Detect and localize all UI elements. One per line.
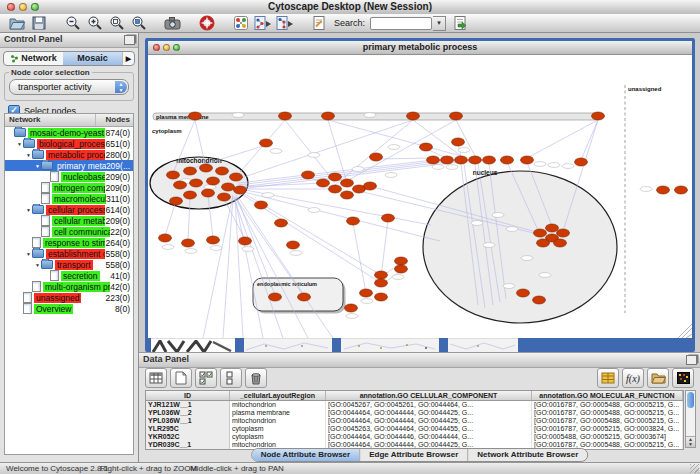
network-node[interactable] bbox=[260, 139, 273, 147]
network-edge[interactable] bbox=[238, 120, 413, 179]
tab-network[interactable]: Network bbox=[4, 52, 63, 65]
table-row[interactable]: YPL036W__2plasma membrane[GO:0044464, GO… bbox=[146, 409, 683, 417]
network-node[interactable] bbox=[322, 112, 335, 120]
network-graph[interactable]: plasma membranecytoplasmmitochondrionnuc… bbox=[148, 55, 692, 338]
resize-grip[interactable] bbox=[690, 464, 699, 473]
network-node[interactable] bbox=[218, 193, 231, 201]
network-node[interactable] bbox=[450, 112, 463, 120]
network-node[interactable] bbox=[329, 185, 342, 193]
network-node[interactable] bbox=[317, 179, 330, 187]
network-node[interactable] bbox=[174, 181, 187, 189]
zoom-out-icon[interactable] bbox=[64, 15, 81, 31]
network-node[interactable] bbox=[521, 156, 534, 164]
network-node[interactable] bbox=[202, 189, 215, 197]
tab-overflow-button[interactable]: ▶ bbox=[122, 52, 134, 65]
tree-expander-icon[interactable]: ▼ bbox=[25, 207, 32, 213]
matrix-icon[interactable] bbox=[672, 368, 694, 388]
network-node[interactable] bbox=[279, 112, 292, 120]
frame-minimize-button[interactable] bbox=[163, 44, 170, 51]
network-node[interactable] bbox=[452, 138, 465, 146]
attribute-grid-icon[interactable] bbox=[145, 368, 167, 388]
tree-row-primary-metabo[interactable]: ▼primary metabo209(... bbox=[5, 160, 133, 171]
network-view-frame[interactable]: primary metabolic process plasma membran… bbox=[145, 38, 695, 352]
network-node[interactable] bbox=[557, 229, 570, 237]
import-table-icon[interactable] bbox=[597, 368, 619, 388]
node-color-dropdown[interactable]: transporter activity ▲▼ bbox=[9, 79, 129, 95]
network-node[interactable] bbox=[420, 143, 433, 151]
neighbors-icon[interactable] bbox=[254, 15, 271, 31]
network-edge[interactable] bbox=[224, 199, 245, 239]
neighbors-alt-icon[interactable] bbox=[276, 15, 293, 31]
network-edge[interactable] bbox=[240, 191, 440, 241]
close-button[interactable] bbox=[7, 3, 15, 11]
network-node[interactable] bbox=[395, 265, 408, 273]
tree-row-nitrogen-compo[interactable]: nitrogen compo209(0) bbox=[5, 182, 133, 193]
network-node[interactable] bbox=[375, 271, 388, 279]
network-node[interactable] bbox=[675, 186, 688, 194]
tab-node-attribute-browser[interactable]: Node Attribute Browser bbox=[252, 449, 361, 461]
tree-row-overview[interactable]: Overview8(0) bbox=[5, 303, 133, 314]
snapshot-icon[interactable] bbox=[164, 15, 181, 31]
search-dropdown-button[interactable]: ▼ bbox=[433, 16, 446, 31]
network-edge[interactable] bbox=[165, 201, 176, 236]
network-node[interactable] bbox=[546, 224, 559, 232]
network-node[interactable] bbox=[184, 191, 197, 199]
network-node[interactable] bbox=[657, 186, 670, 194]
network-node[interactable] bbox=[167, 171, 180, 179]
column-header[interactable]: _cellularLayoutRegion bbox=[230, 391, 326, 400]
network-node[interactable] bbox=[329, 173, 342, 181]
table-row[interactable]: YJR121W__1mitochondrion[GO:0045267, GO:0… bbox=[146, 401, 683, 409]
network-node[interactable] bbox=[455, 156, 468, 164]
background-frame-1[interactable] bbox=[244, 338, 332, 352]
network-node[interactable] bbox=[341, 179, 354, 187]
network-edge[interactable] bbox=[236, 195, 275, 295]
network-edge[interactable] bbox=[335, 120, 413, 185]
network-node[interactable] bbox=[255, 201, 268, 209]
network-node[interactable] bbox=[269, 293, 282, 301]
table-row[interactable]: YLR295Ccytoplasm[GO:0045263, GO:0044464,… bbox=[146, 425, 683, 433]
tree-expander-icon[interactable]: ▼ bbox=[34, 163, 41, 169]
network-node[interactable] bbox=[230, 173, 243, 181]
network-node[interactable] bbox=[207, 236, 220, 244]
tab-mosaic[interactable]: Mosaic bbox=[63, 52, 122, 65]
tree-row-metabolic-process[interactable]: ▼metabolic process280(0) bbox=[5, 149, 133, 160]
network-node[interactable] bbox=[533, 296, 546, 304]
tree-row-unassigned[interactable]: unassigned223(0) bbox=[5, 292, 133, 303]
network-node[interactable] bbox=[298, 293, 311, 301]
network-node[interactable] bbox=[395, 257, 408, 265]
network-node[interactable] bbox=[302, 171, 315, 179]
minimize-button[interactable] bbox=[19, 3, 27, 11]
annotation-icon[interactable] bbox=[310, 15, 327, 31]
network-node[interactable] bbox=[200, 164, 213, 172]
column-header[interactable]: annotation.GO MOLECULAR_FUNCTION bbox=[532, 391, 683, 400]
network-edge[interactable] bbox=[581, 120, 598, 160]
zoom-fit-icon[interactable] bbox=[108, 15, 125, 31]
tree-row-nucleobase-[interactable]: nucleobase-209(0) bbox=[5, 171, 133, 182]
network-edge[interactable] bbox=[328, 120, 461, 156]
zoom-in-icon[interactable] bbox=[86, 15, 103, 31]
tree-column-nodes[interactable]: Nodes bbox=[96, 114, 133, 126]
network-node[interactable] bbox=[182, 239, 195, 247]
network-node[interactable] bbox=[345, 304, 358, 312]
tree-row-secretion[interactable]: secretion41(0) bbox=[5, 270, 133, 281]
zoom-button[interactable] bbox=[31, 3, 39, 11]
tree-row-multi-organism-pro[interactable]: multi-organism pro42(0) bbox=[5, 281, 133, 292]
network-edge[interactable] bbox=[240, 160, 475, 189]
column-header[interactable]: annotation.GO CELLULAR_COMPONENT bbox=[326, 391, 532, 400]
background-frame-overview[interactable] bbox=[151, 338, 235, 352]
network-node[interactable] bbox=[184, 167, 197, 175]
tree-row-cellular-metabol[interactable]: cellular metabol209(0) bbox=[5, 215, 133, 226]
tree-row-mosaic-demo-yeast[interactable]: mosaic-demo-yeast874(0) bbox=[5, 127, 133, 138]
table-row[interactable]: YKR052Ccytoplasm[GO:0044464, GO:0044446,… bbox=[146, 433, 683, 441]
network-edge[interactable] bbox=[353, 223, 366, 293]
network-node[interactable] bbox=[239, 237, 252, 245]
import-icon[interactable] bbox=[451, 15, 468, 31]
select-attributes-icon[interactable] bbox=[195, 368, 217, 388]
tree-row-macromolecule[interactable]: macromolecule311(0) bbox=[5, 193, 133, 204]
network-node[interactable] bbox=[364, 182, 377, 190]
network-node[interactable] bbox=[347, 217, 360, 225]
network-edge[interactable] bbox=[381, 220, 388, 277]
background-frame-3[interactable] bbox=[448, 338, 518, 352]
new-attribute-icon[interactable] bbox=[170, 368, 192, 388]
network-node[interactable] bbox=[222, 183, 235, 191]
